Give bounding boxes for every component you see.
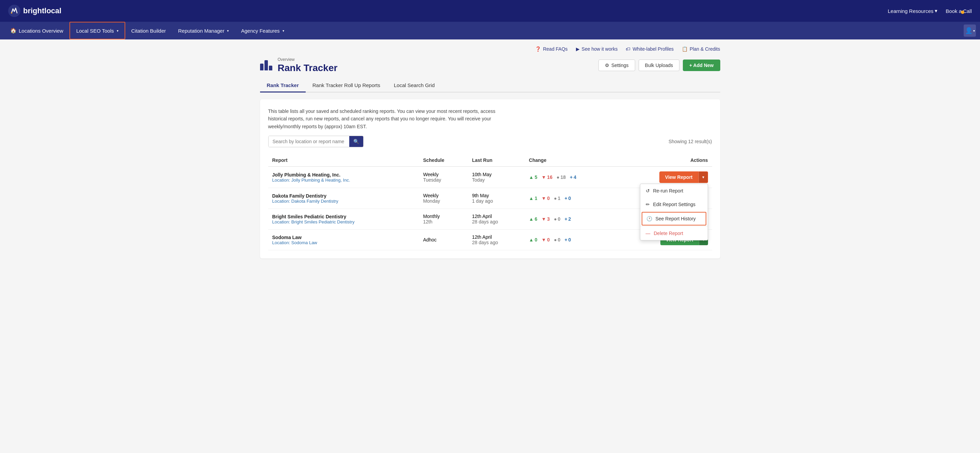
chevron-down-icon: ▾ <box>117 29 118 33</box>
arrow-up-icon: ▲ <box>529 237 534 242</box>
description-text: This table lists all your saved and sche… <box>268 108 506 130</box>
content-area: ❓ Read FAQs ▶ See how it works 🏷 White-l… <box>252 40 729 265</box>
report-name: Sodoma Law <box>272 234 415 240</box>
view-report-button[interactable]: View Report <box>659 171 698 183</box>
change-indicators: ▲ 0 ▼ 0 ● 0 + 0 <box>529 237 613 242</box>
see-how-it-works-link[interactable]: ▶ See how it works <box>576 46 618 52</box>
plus-icon: + <box>565 216 567 222</box>
schedule-day: 12th <box>423 219 464 225</box>
logo[interactable]: brightlocal <box>8 5 61 17</box>
change-up: ▲ 6 <box>529 216 538 222</box>
edit-report-item[interactable]: ✏ Edit Report Settings <box>640 198 708 211</box>
book-a-call-link[interactable]: Book a Call <box>946 8 972 14</box>
page-header-left: Overview Rank Tracker <box>260 57 338 73</box>
circle-icon: ● <box>554 216 557 222</box>
table-header: Report Schedule Last Run Change Actions <box>268 154 712 166</box>
change-cell: ▲ 0 ▼ 0 ● 0 + 0 <box>525 230 617 250</box>
change-new: + 4 <box>570 174 576 180</box>
tab-rank-tracker[interactable]: Rank Tracker <box>260 79 305 92</box>
schedule-cell: Weekly Monday <box>419 188 468 209</box>
actions-cell: View Report ▾ ↺ Re-run Report ✏ Edit Rep… <box>617 166 712 188</box>
avatar[interactable]: 👤 ▾ <box>964 24 976 37</box>
see-report-history-item[interactable]: 🕐 See Report History <box>642 212 706 225</box>
report-cell: Bright Smiles Pediatric Dentistry Locati… <box>268 209 419 230</box>
sidebar-item-local-seo-tools[interactable]: Local SEO Tools ▾ <box>70 22 125 40</box>
circle-icon: ● <box>554 196 557 201</box>
bulk-uploads-button[interactable]: Bulk Uploads <box>639 60 680 71</box>
rerun-report-item[interactable]: ↺ Re-run Report <box>640 184 708 198</box>
report-location[interactable]: Location: Sodoma Law <box>272 240 415 245</box>
user-icon: 👤 <box>965 27 972 34</box>
top-bar-right: Learning Resources ▾ Book a Call <box>888 8 972 14</box>
plan-credits-link[interactable]: 📋 Plan & Credits <box>682 46 720 52</box>
col-schedule: Schedule <box>419 154 468 166</box>
page-header-text: Overview Rank Tracker <box>278 57 338 73</box>
question-icon: ❓ <box>535 46 541 52</box>
last-run-date: 9th May <box>472 193 521 198</box>
change-down: ▼ 0 <box>541 237 550 242</box>
sidebar-item-citation-builder[interactable]: Citation Builder <box>125 22 172 40</box>
schedule-freq: Weekly <box>423 193 464 198</box>
arrow-down-icon: ▼ <box>541 196 546 201</box>
breadcrumb: Overview <box>278 57 338 62</box>
search-input-wrap: 🔍 <box>268 136 364 147</box>
page-header: Overview Rank Tracker ⚙ Settings Bulk Up… <box>260 57 720 73</box>
change-up: ▲ 5 <box>529 174 538 180</box>
tab-rank-tracker-rollup[interactable]: Rank Tracker Roll Up Reports <box>305 79 387 92</box>
plan-icon: 📋 <box>682 46 687 52</box>
schedule-cell: Weekly Tuesday <box>419 166 468 188</box>
search-input[interactable] <box>269 136 349 147</box>
schedule-day: Monday <box>423 198 464 204</box>
helper-links: ❓ Read FAQs ▶ See how it works 🏷 White-l… <box>260 46 720 52</box>
arrow-up-icon: ▲ <box>529 196 534 201</box>
report-location[interactable]: Location: Dakota Family Dentistry <box>272 199 415 204</box>
notification-dot <box>961 11 964 14</box>
settings-button[interactable]: ⚙ Settings <box>598 60 635 71</box>
change-cell: ▲ 1 ▼ 0 ● 1 + 0 <box>525 188 617 209</box>
sidebar-item-locations-overview[interactable]: 🏠 Locations Overview <box>4 22 70 40</box>
delete-report-item[interactable]: — Delete Report <box>640 226 708 240</box>
read-faqs-link[interactable]: ❓ Read FAQs <box>535 46 568 52</box>
search-button[interactable]: 🔍 <box>349 136 363 147</box>
action-wrap: View Report ▾ ↺ Re-run Report ✏ Edit Rep… <box>622 171 708 183</box>
report-location[interactable]: Location: Bright Smiles Pediatric Dentis… <box>272 219 415 225</box>
schedule-freq: Monthly <box>423 214 464 219</box>
schedule-day: Tuesday <box>423 177 464 183</box>
col-change: Change <box>525 154 617 166</box>
last-run-cell: 12th April 28 days ago <box>468 209 525 230</box>
table-body: Jolly Plumbing & Heating, Inc. Location:… <box>268 166 712 250</box>
add-new-button[interactable]: + Add New <box>683 60 720 71</box>
col-last-run: Last Run <box>468 154 525 166</box>
dropdown-menu: ↺ Re-run Report ✏ Edit Report Settings 🕐… <box>640 184 708 241</box>
search-icon: 🔍 <box>353 139 359 144</box>
circle-icon: ● <box>554 237 557 242</box>
sidebar-item-reputation-manager[interactable]: Reputation Manager ▾ <box>172 22 235 40</box>
last-run-date: 12th April <box>472 214 521 219</box>
chevron-down-icon: ▾ <box>283 29 284 33</box>
last-run-date: 10th May <box>472 172 521 177</box>
play-icon: ▶ <box>576 46 580 52</box>
last-run-cell: 12th April 28 days ago <box>468 230 525 250</box>
schedule-cell: Adhoc <box>419 230 468 250</box>
arrow-up-icon: ▲ <box>529 174 534 180</box>
report-location[interactable]: Location: Jolly Plumbing & Heating, Inc. <box>272 177 415 183</box>
results-count: Showing 12 result(s) <box>668 139 712 144</box>
rank-tracker-icon <box>260 60 272 70</box>
learning-resources-link[interactable]: Learning Resources ▾ <box>888 8 937 14</box>
tabs: Rank Tracker Rank Tracker Roll Up Report… <box>260 79 720 92</box>
change-neutral: ● 18 <box>557 174 566 180</box>
white-label-profiles-link[interactable]: 🏷 White-label Profiles <box>626 46 674 52</box>
report-cell: Dakota Family Dentistry Location: Dakota… <box>268 188 419 209</box>
rerun-icon: ↺ <box>646 188 650 193</box>
header-actions: ⚙ Settings Bulk Uploads + Add New <box>598 60 720 71</box>
gear-icon: ⚙ <box>605 63 609 68</box>
nav-bar: 🏠 Locations Overview Local SEO Tools ▾ C… <box>0 22 980 40</box>
home-icon: 🏠 <box>10 27 17 34</box>
schedule-freq: Adhoc <box>423 237 464 242</box>
arrow-up-icon: ▲ <box>529 216 534 222</box>
sidebar-item-agency-features[interactable]: Agency Features ▾ <box>235 22 290 40</box>
report-cell: Jolly Plumbing & Heating, Inc. Location:… <box>268 166 419 188</box>
dropdown-toggle-button[interactable]: ▾ <box>698 171 708 183</box>
tab-local-search-grid[interactable]: Local Search Grid <box>387 79 441 92</box>
last-run-ago: 28 days ago <box>472 240 521 245</box>
